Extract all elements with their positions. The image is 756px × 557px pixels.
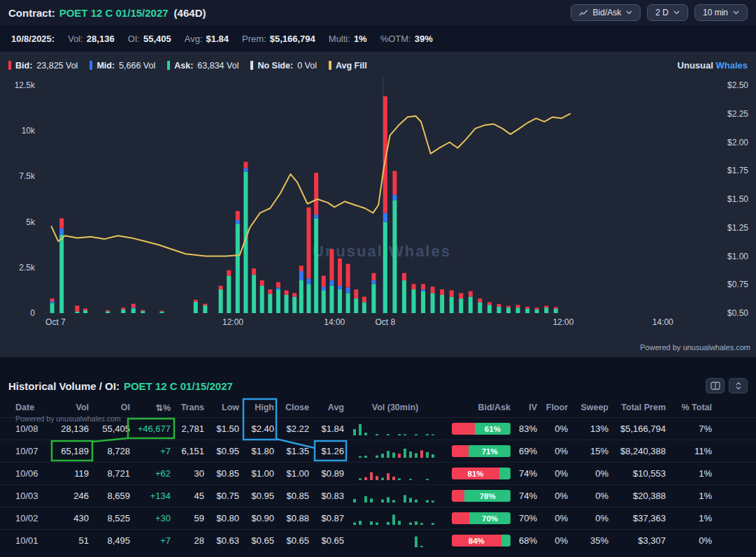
svg-text:Oct 7: Oct 7	[45, 317, 66, 327]
stat-label: Multi:	[329, 34, 350, 44]
column-header-iv[interactable]: IV	[511, 403, 537, 412]
stat-item: Avg:$1.84	[185, 34, 229, 44]
cell-trans: 30	[171, 468, 204, 479]
bid-ask-ratio-bar: 78%	[452, 490, 511, 502]
bid-ask-pct-label: 84%	[452, 535, 501, 547]
column-header-sweep[interactable]: Sweep	[568, 403, 608, 412]
table-row[interactable]: 10/024308,525+3059$0.80$0.90$0.88$0.8770…	[0, 507, 756, 529]
cell-date: 10/01	[15, 535, 42, 546]
legend-swatch	[90, 61, 92, 70]
cell-low: $0.95	[204, 446, 239, 456]
cell-sweep: 15%	[568, 446, 608, 456]
ask-portion	[499, 468, 511, 479]
stat-item: Prem:$5,166,794	[242, 34, 315, 44]
chart-panel: Bid:23,825 VolMid:5,666 VolAsk:63,834 Vo…	[0, 52, 756, 357]
cell-iv: 69%	[511, 446, 537, 456]
historical-volume-oi-table: Powered by unusualwhales.com DateVolOI⇅%…	[0, 398, 756, 551]
stat-value: 1%	[354, 34, 367, 44]
cell-avg: $1.84	[309, 424, 344, 434]
volume-sparkline	[352, 489, 438, 503]
cell-sweep: 35%	[568, 535, 608, 546]
column-header--total[interactable]: % Total	[666, 403, 712, 412]
cell-trans: 59	[171, 513, 204, 523]
column-header-total-prem[interactable]: Total Prem	[608, 403, 666, 412]
column-header-close[interactable]: Close	[274, 403, 309, 412]
cell-bidask: 81%	[446, 468, 511, 479]
stat-item: Multi:1%	[329, 34, 367, 44]
legend-item[interactable]: Avg Fill	[329, 61, 367, 71]
cell-prem: $8,240,388	[608, 446, 666, 456]
cell-date: 10/03	[15, 491, 42, 501]
timespan-dropdown[interactable]: 2 D	[647, 4, 688, 21]
cell-vol: 246	[42, 491, 89, 501]
up-down-chevrons-icon	[735, 382, 742, 390]
contract-label: Contract:	[8, 7, 55, 19]
legend-item[interactable]: Bid:23,825 Vol	[8, 61, 78, 71]
column-header-vol[interactable]: Vol	[42, 403, 89, 412]
column-header--[interactable]: ⇅%	[130, 403, 171, 413]
table-row[interactable]: 10/061198,721+6230$0.85$1.00$1.00$0.8981…	[0, 462, 756, 484]
cell-high: $1.00	[239, 468, 274, 479]
legend-swatch	[167, 61, 170, 70]
cell-sweep: 13%	[568, 424, 608, 434]
cell-prem: $20,388	[608, 491, 666, 501]
column-header-floor[interactable]: Floor	[537, 403, 568, 412]
cell-prem: $37,363	[608, 513, 666, 523]
cell-chg: +62	[130, 468, 171, 479]
cell-floor: 0%	[537, 446, 568, 456]
column-header-low[interactable]: Low	[204, 403, 239, 412]
cell-bidask: 78%	[446, 490, 511, 502]
stat-item: OI:55,405	[128, 34, 171, 44]
cell-vol: 51	[42, 535, 89, 546]
column-header-high[interactable]: High	[239, 403, 274, 412]
table-row[interactable]: 10/032468,659+13445$0.75$0.95$0.85$0.837…	[0, 484, 756, 507]
volume-price-chart[interactable]: 02.5k5k7.5k10k12.5k$0.50$0.75$1.00$1.25$…	[0, 72, 756, 332]
table-row[interactable]: 10/0765,1898,728+76,151$0.95$1.80$1.35$1…	[0, 440, 756, 462]
chevron-down-icon	[626, 10, 632, 15]
legend-item[interactable]: No Side:0 Vol	[250, 61, 317, 71]
cell-oi: 8,495	[89, 535, 130, 546]
column-header-vol-30min-[interactable]: Vol (30min)	[344, 403, 446, 412]
column-header-date[interactable]: Date	[15, 403, 42, 412]
svg-text:10k: 10k	[22, 126, 36, 136]
line-chart-icon	[579, 9, 588, 17]
candle-interval-dropdown[interactable]: 10 min	[694, 4, 748, 21]
historical-section-header: Historical Volume / OI: POET 12 C 01/15/…	[0, 374, 756, 398]
columns-toggle-button[interactable]	[706, 378, 725, 393]
cell-bidask: 71%	[446, 445, 511, 457]
top-header-bar: Contract: POET 12 C 01/15/2027 (464D) Bi…	[0, 0, 756, 25]
cell-close: $0.65	[274, 535, 309, 546]
cell-spark	[344, 489, 446, 503]
svg-text:$1.25: $1.25	[727, 223, 748, 233]
cell-iv: 74%	[511, 491, 537, 501]
cell-spark	[344, 422, 446, 436]
bid-ask-mode-dropdown[interactable]: Bid/Ask	[571, 4, 641, 21]
cell-floor: 0%	[537, 424, 568, 434]
cell-ptotal: 0%	[666, 535, 712, 546]
cell-floor: 0%	[537, 535, 568, 546]
stat-label: Vol:	[68, 34, 83, 44]
cell-avg: $0.89	[309, 468, 344, 479]
cell-ptotal: 1%	[666, 513, 712, 523]
svg-text:$1.75: $1.75	[727, 166, 748, 175]
column-header-avg[interactable]: Avg	[309, 403, 344, 412]
column-header-oi[interactable]: OI	[89, 403, 130, 412]
legend-item[interactable]: Mid:5,666 Vol	[90, 61, 155, 71]
stats-date: 10/8/2025:	[11, 34, 55, 44]
column-header-trans[interactable]: Trans	[171, 403, 204, 412]
cell-oi: 8,728	[89, 446, 130, 456]
dropdown-label: 2 D	[655, 8, 669, 17]
table-row[interactable]: 10/01518,495+728$0.63$0.65$0.65$0.6584%6…	[0, 529, 756, 551]
bid-ask-ratio-bar: 84%	[452, 535, 511, 547]
cell-oi: 8,525	[89, 513, 130, 523]
cell-ptotal: 11%	[666, 446, 712, 456]
bid-ask-pct-label: 61%	[475, 423, 511, 435]
svg-text:$1.00: $1.00	[727, 252, 748, 261]
column-header-bid-ask[interactable]: Bid/Ask	[446, 403, 511, 412]
cell-high: $0.65	[239, 535, 274, 546]
sort-expand-button[interactable]	[729, 378, 748, 393]
cell-low: $0.63	[204, 535, 239, 546]
legend-item[interactable]: Ask:63,834 Vol	[167, 61, 238, 71]
chart-controls: Bid/Ask 2 D 10 min	[571, 4, 748, 21]
cell-low: $0.85	[204, 468, 239, 479]
